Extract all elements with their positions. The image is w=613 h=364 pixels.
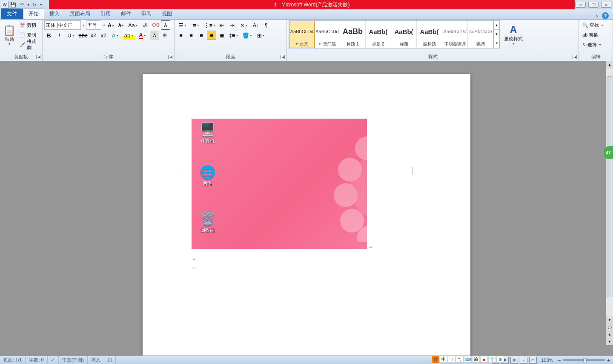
- view-draft[interactable]: ▭: [529, 357, 537, 364]
- ime-keyboard-icon[interactable]: ⌨: [464, 356, 472, 363]
- browse-object-button[interactable]: ◯: [606, 324, 613, 331]
- zoom-thumb[interactable]: [583, 358, 587, 362]
- font-size-select[interactable]: [86, 20, 101, 30]
- borders-button[interactable]: ⊞▼: [255, 31, 267, 40]
- style-scroll-more[interactable]: ▾: [494, 39, 499, 48]
- ime-chinese[interactable]: 中: [440, 356, 447, 363]
- status-page[interactable]: 页面: 1/1: [0, 356, 26, 364]
- desktop-icon-network[interactable]: 🌐网络: [197, 165, 218, 187]
- status-proofing[interactable]: ✔: [48, 356, 59, 364]
- tab-view[interactable]: 视图: [157, 9, 177, 19]
- zoom-slider[interactable]: [563, 359, 605, 361]
- shading-button[interactable]: 🪣▼: [241, 31, 254, 40]
- view-web[interactable]: ▦: [510, 357, 518, 364]
- style-heading2[interactable]: AaBb(标题 2: [366, 21, 391, 48]
- phonetic-button[interactable]: 拼: [140, 20, 150, 30]
- tab-layout[interactable]: 页面布局: [65, 9, 95, 19]
- distributed-button[interactable]: ≣: [217, 31, 226, 40]
- collapse-ribbon-icon[interactable]: ⋏: [595, 13, 599, 19]
- file-tab[interactable]: 文件: [1, 9, 23, 19]
- style-heading1[interactable]: AaBb标题 1: [340, 21, 366, 48]
- sort-button[interactable]: A↓: [251, 20, 261, 30]
- font-name-select[interactable]: [44, 20, 81, 30]
- help-icon[interactable]: ?: [602, 12, 609, 19]
- close-button[interactable]: ✕: [601, 2, 611, 8]
- scroll-down-button[interactable]: ▼: [606, 316, 613, 324]
- change-styles-button[interactable]: A 更改样式 ▼: [502, 20, 524, 48]
- tab-references[interactable]: 引用: [95, 9, 116, 19]
- vertical-scrollbar[interactable]: ▲ ▼ ◯ ▲ ▼: [606, 61, 613, 345]
- ime-simplified[interactable]: 简: [472, 356, 480, 363]
- style-scroll-up[interactable]: ▲: [494, 21, 499, 30]
- tab-review[interactable]: 审阅: [136, 9, 157, 19]
- zoom-in-button[interactable]: +: [607, 357, 610, 364]
- qat-customize-icon[interactable]: ▼: [40, 3, 43, 6]
- view-outline[interactable]: ≡: [520, 357, 527, 364]
- sidebar-badge[interactable]: 47: [604, 146, 613, 159]
- restore-button[interactable]: ❐: [588, 2, 599, 8]
- font-launcher[interactable]: ◢: [168, 55, 172, 59]
- grow-font-button[interactable]: A▲: [106, 20, 116, 30]
- number-list-button[interactable]: ≡▼: [190, 20, 203, 30]
- asian-layout-button[interactable]: ✕▼: [238, 20, 250, 30]
- next-page-button[interactable]: ▼: [606, 338, 613, 345]
- increase-indent-button[interactable]: ⇥: [227, 20, 237, 30]
- zoom-level[interactable]: 100%: [541, 358, 553, 363]
- style-nospacing[interactable]: AaBbCcDd↵ 无间隔: [315, 21, 340, 48]
- ime-logo[interactable]: ➰: [432, 356, 439, 363]
- style-emphasis[interactable]: AaBbCcDd强调: [468, 21, 493, 48]
- style-subtle-emphasis[interactable]: AaBbCcDd不明显强调: [442, 21, 468, 48]
- font-name-dropdown-icon[interactable]: ▼: [82, 24, 85, 27]
- highlight-button[interactable]: ab▼: [123, 31, 135, 40]
- underline-button[interactable]: U▼: [65, 31, 77, 40]
- find-button[interactable]: 🔍查找▼: [581, 20, 611, 30]
- change-case-button[interactable]: Aa▼: [127, 20, 140, 30]
- bold-button[interactable]: B: [44, 31, 54, 40]
- paste-button[interactable]: 📋 粘贴 ▼: [2, 20, 17, 49]
- status-insert-mode[interactable]: 插入: [88, 356, 104, 364]
- style-title[interactable]: AaBb(标题: [391, 21, 417, 48]
- text-effects-button[interactable]: A▼: [109, 31, 122, 40]
- enclose-char-button[interactable]: ㊥: [160, 31, 169, 40]
- char-shading-button[interactable]: A: [150, 31, 159, 40]
- status-language[interactable]: 中文(中国): [59, 356, 88, 364]
- font-size-dropdown-icon[interactable]: ▼: [103, 24, 106, 27]
- scroll-thumb[interactable]: [607, 76, 613, 297]
- ime-gear-icon[interactable]: ⚙: [496, 356, 504, 363]
- font-color-button[interactable]: A▼: [136, 31, 149, 40]
- decrease-indent-button[interactable]: ⇤: [217, 20, 226, 30]
- style-subtitle[interactable]: AaBb(副标题: [417, 21, 442, 48]
- replace-button[interactable]: ab替换: [581, 30, 611, 40]
- cut-button[interactable]: ✂️剪切: [18, 20, 40, 30]
- show-marks-button[interactable]: ¶: [261, 20, 271, 30]
- ime-shirt-icon[interactable]: 👕: [488, 356, 496, 363]
- align-right-button[interactable]: ≡: [197, 31, 206, 40]
- redo-button[interactable]: ↻: [31, 1, 38, 9]
- ime-rec-icon[interactable]: ■: [480, 356, 488, 363]
- word-icon[interactable]: W: [1, 1, 9, 9]
- ime-moon-icon[interactable]: ☽: [448, 356, 455, 363]
- italic-button[interactable]: I: [54, 31, 64, 40]
- prev-page-button[interactable]: ▲: [606, 331, 613, 338]
- format-painter-button[interactable]: 🖌️格式刷: [18, 40, 40, 49]
- align-left-button[interactable]: ≡: [176, 31, 186, 40]
- align-center-button[interactable]: ≡: [186, 31, 196, 40]
- desktop-icon-computer[interactable]: 🖥️计算机: [197, 122, 218, 144]
- subscript-button[interactable]: x2: [89, 31, 98, 40]
- undo-dropdown-icon[interactable]: ▼: [27, 3, 30, 6]
- paragraph-launcher[interactable]: ◢: [281, 55, 285, 59]
- styles-launcher[interactable]: ◢: [573, 55, 577, 59]
- ime-punct-icon[interactable]: °,: [456, 356, 464, 363]
- tab-home[interactable]: 开始: [23, 8, 44, 19]
- char-border-button[interactable]: A: [161, 20, 170, 30]
- page[interactable]: 🖥️计算机 🌐网络 🗑️回收站 ↵ ↵ ↵: [143, 74, 470, 355]
- bullet-list-button[interactable]: ☰▼: [176, 20, 189, 30]
- inserted-image[interactable]: 🖥️计算机 🌐网络 🗑️回收站: [192, 119, 367, 249]
- style-normal[interactable]: AaBbCcDd↵ 正文: [289, 21, 315, 48]
- tab-insert[interactable]: 插入: [44, 9, 65, 19]
- status-macro[interactable]: ▢: [104, 356, 116, 364]
- clear-format-button[interactable]: ⌫: [151, 20, 160, 30]
- strikethrough-button[interactable]: abc: [78, 31, 88, 40]
- status-words[interactable]: 字数: 0: [26, 356, 47, 364]
- undo-button[interactable]: ↶: [18, 1, 26, 9]
